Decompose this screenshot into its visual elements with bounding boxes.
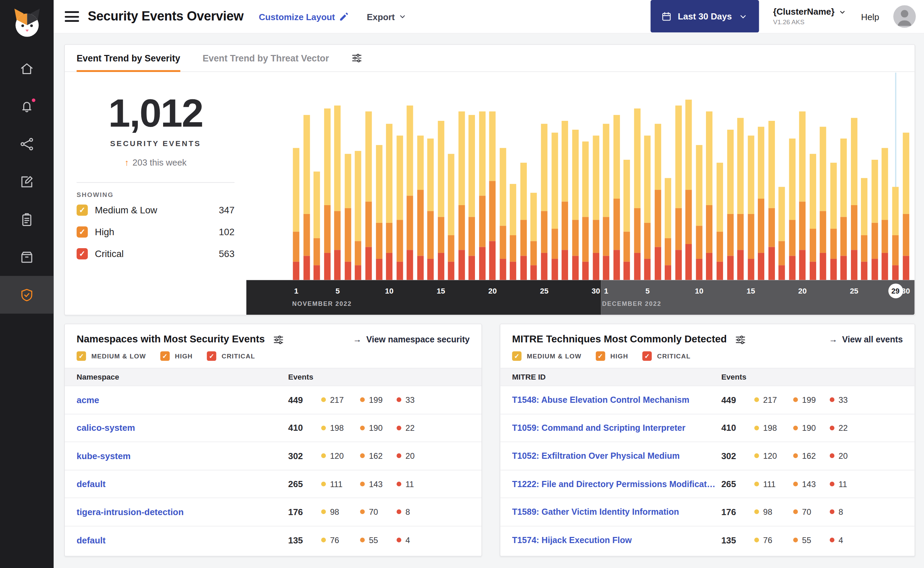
chart-bar[interactable] — [748, 136, 754, 280]
chart-bar[interactable] — [314, 172, 320, 280]
severity-checkbox[interactable]: ✓ — [77, 351, 86, 361]
menu-toggle[interactable] — [65, 11, 79, 22]
sidebar-item-threat-defense[interactable] — [0, 276, 54, 314]
sidebar-item-images[interactable] — [0, 238, 54, 276]
chart-bar[interactable] — [830, 163, 837, 280]
severity-filter-high[interactable]: ✓High102 — [77, 221, 235, 243]
severity-checkbox[interactable]: ✓ — [160, 351, 170, 361]
chart-bar[interactable] — [469, 115, 475, 280]
chart-bar[interactable] — [365, 112, 372, 280]
user-avatar[interactable] — [893, 6, 916, 28]
tab-event-trend-by-threat-vector[interactable]: Event Trend by Threat Vector — [203, 45, 329, 71]
chart-bar[interactable] — [355, 151, 361, 280]
view-all-events-link[interactable]: → View all events — [829, 335, 903, 344]
chart-bar[interactable] — [458, 112, 465, 280]
namespace-link[interactable]: default — [77, 479, 288, 489]
chart-bar[interactable] — [479, 112, 485, 280]
chart-bar[interactable] — [376, 145, 382, 280]
mitre-technique-link[interactable]: T1548: Abuse Elevation Control Mechanism — [512, 395, 721, 405]
calico-cat-logo[interactable] — [9, 5, 45, 40]
chart-bar[interactable] — [303, 115, 310, 280]
chart-bar[interactable] — [552, 133, 558, 280]
view-namespace-security-link[interactable]: → View namespace security — [353, 335, 470, 344]
tab-event-trend-by-severity[interactable]: Event Trend by Severity — [77, 45, 181, 71]
chart-settings-icon[interactable] — [351, 45, 363, 71]
customize-layout-link[interactable]: Customize Layout — [259, 12, 350, 21]
chart-bar[interactable] — [510, 184, 517, 280]
sidebar-item-compliance[interactable] — [0, 200, 54, 238]
chart-bar[interactable] — [716, 163, 723, 280]
chart-bar[interactable] — [345, 154, 351, 280]
chart-bar[interactable] — [686, 100, 692, 280]
chart-bar[interactable] — [696, 145, 702, 280]
mini-filter-critical[interactable]: ✓CRITICAL — [207, 351, 255, 361]
severity-checkbox[interactable]: ✓ — [596, 351, 605, 361]
chart-bar[interactable] — [861, 178, 868, 280]
severity-checkbox[interactable]: ✓ — [642, 351, 652, 361]
date-range-button[interactable]: Last 30 Days — [651, 0, 759, 32]
mini-filter-critical[interactable]: ✓CRITICAL — [642, 351, 691, 361]
chart-bar[interactable] — [665, 178, 671, 280]
chart-bar[interactable] — [758, 127, 764, 280]
mitre-technique-link[interactable]: T1059: Command and Scripting Interpreter — [512, 423, 721, 433]
chart-bar[interactable] — [427, 139, 434, 280]
severity-checkbox[interactable]: ✓ — [77, 248, 88, 260]
export-button[interactable]: Export — [367, 12, 407, 21]
mitre-technique-link[interactable]: T1589: Gather Victim Identity Informatio… — [512, 507, 721, 517]
namespace-link[interactable]: acme — [77, 395, 288, 405]
chart-bar[interactable] — [840, 139, 847, 280]
mitre-technique-link[interactable]: T1052: Exfiltration Over Physical Medium — [512, 451, 721, 461]
severity-filter-critical[interactable]: ✓Critical563 — [77, 243, 235, 265]
sidebar-item-service-graph[interactable] — [0, 125, 54, 163]
chart-bar[interactable] — [603, 124, 609, 280]
chart-bar[interactable] — [562, 121, 568, 280]
chart-bar[interactable] — [903, 133, 909, 280]
chart-bar[interactable] — [779, 187, 785, 280]
severity-checkbox[interactable]: ✓ — [207, 351, 216, 361]
severity-checkbox[interactable]: ✓ — [77, 204, 88, 216]
sidebar-item-alerts[interactable] — [0, 88, 54, 125]
chart-bar[interactable] — [417, 136, 424, 280]
mitre-technique-link[interactable]: T1222: File and Directory Permissions Mo… — [512, 479, 721, 489]
chart-bar[interactable] — [499, 148, 506, 280]
chart-bar[interactable] — [324, 109, 331, 280]
chart-bar[interactable] — [892, 187, 899, 280]
chart-bar[interactable] — [520, 163, 527, 280]
chart-bar[interactable] — [438, 121, 444, 280]
chart-bar[interactable] — [851, 118, 858, 280]
mini-filter-medium-low[interactable]: ✓MEDIUM & LOW — [77, 351, 146, 361]
namespace-link[interactable]: tigera-intrusion-detection — [77, 507, 288, 517]
chart-bar[interactable] — [593, 136, 599, 280]
mini-filter-medium-low[interactable]: ✓MEDIUM & LOW — [512, 351, 582, 361]
chart-bar[interactable] — [654, 124, 661, 280]
severity-filter-medium-low[interactable]: ✓Medium & Low347 — [77, 199, 235, 221]
chart-bar[interactable] — [810, 154, 816, 280]
help-link[interactable]: Help — [861, 12, 879, 21]
chart-bar[interactable] — [737, 118, 744, 280]
namespaces-settings-icon[interactable] — [273, 334, 284, 345]
chart-bar[interactable] — [613, 115, 620, 280]
namespace-link[interactable]: calico-system — [77, 423, 288, 433]
chart-bar[interactable] — [572, 130, 578, 280]
chart-bar[interactable] — [407, 106, 413, 280]
chart-bar[interactable] — [706, 112, 713, 280]
chart-bar[interactable] — [871, 160, 878, 280]
chart-bar[interactable] — [727, 130, 733, 280]
namespace-link[interactable]: kube-system — [77, 451, 288, 461]
mini-filter-high[interactable]: ✓HIGH — [160, 351, 193, 361]
chart-bar[interactable] — [768, 121, 775, 280]
mini-filter-high[interactable]: ✓HIGH — [596, 351, 629, 361]
chart-bar[interactable] — [634, 109, 641, 280]
mitre-technique-link[interactable]: T1574: Hijack Execution Flow — [512, 536, 721, 545]
chart-bar[interactable] — [799, 112, 806, 280]
chart-bar[interactable] — [624, 160, 630, 280]
chart-bar[interactable] — [293, 148, 300, 280]
chart-bar[interactable] — [644, 136, 651, 280]
mitre-settings-icon[interactable] — [735, 334, 746, 345]
namespace-link[interactable]: default — [77, 535, 288, 545]
chart-bar[interactable] — [789, 139, 795, 280]
severity-checkbox[interactable]: ✓ — [77, 226, 88, 237]
chart-bar[interactable] — [335, 106, 341, 280]
chart-bar[interactable] — [541, 124, 547, 280]
severity-checkbox[interactable]: ✓ — [512, 351, 522, 361]
